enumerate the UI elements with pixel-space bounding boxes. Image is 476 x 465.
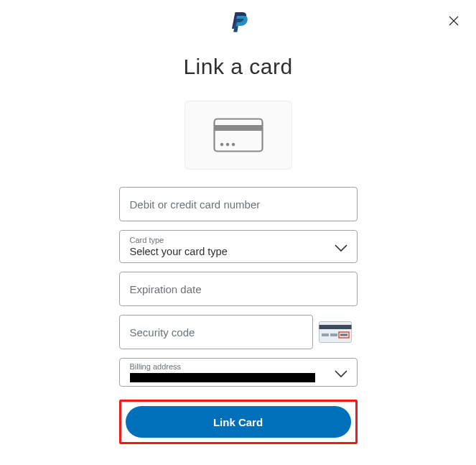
card-number-input[interactable] (120, 188, 357, 221)
chevron-down-icon (334, 368, 348, 377)
close-button[interactable] (447, 14, 460, 27)
security-code-field-wrapper (119, 315, 313, 349)
expiration-field-wrapper (119, 272, 358, 306)
credit-card-icon (213, 118, 263, 152)
cvv-hint-icon (319, 321, 352, 343)
svg-rect-12 (340, 334, 347, 336)
svg-point-5 (225, 143, 229, 147)
submit-highlight-box: Link Card (119, 400, 358, 444)
svg-rect-2 (214, 119, 262, 152)
svg-point-4 (220, 143, 223, 147)
svg-point-6 (231, 143, 235, 147)
billing-address-select[interactable]: Billing address (119, 358, 358, 387)
card-type-value: Select your card type (130, 245, 347, 259)
billing-address-value (130, 373, 315, 382)
link-card-button[interactable]: Link Card (126, 406, 351, 438)
card-type-label: Card type (130, 236, 347, 245)
svg-rect-10 (330, 333, 337, 336)
security-code-input[interactable] (120, 316, 312, 349)
card-type-select[interactable]: Card type Select your card type (119, 230, 358, 263)
close-icon (447, 14, 460, 27)
billing-address-label: Billing address (130, 362, 332, 372)
svg-rect-8 (319, 325, 351, 329)
expiration-input[interactable] (120, 272, 357, 305)
page-title: Link a card (119, 55, 358, 79)
card-number-field-wrapper (119, 187, 358, 221)
chevron-down-icon (334, 242, 348, 251)
card-illustration (185, 101, 292, 170)
svg-rect-3 (214, 125, 262, 131)
paypal-logo (229, 11, 248, 32)
svg-rect-9 (322, 333, 329, 336)
